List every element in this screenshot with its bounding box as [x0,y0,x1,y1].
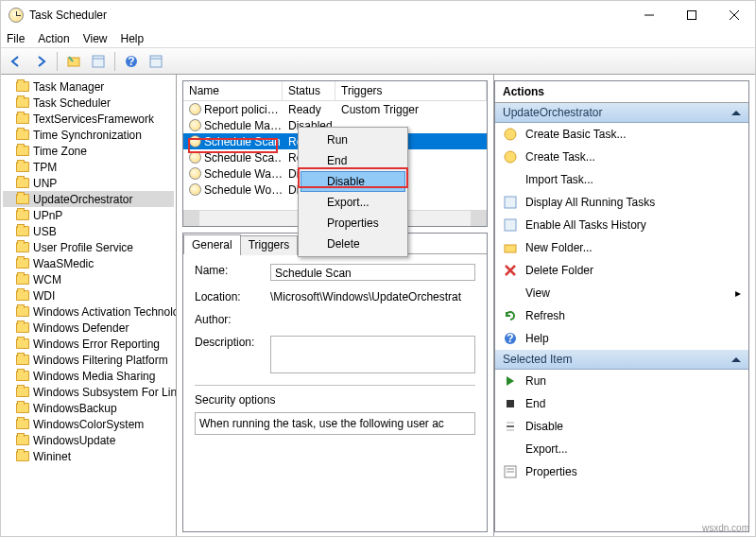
ctx-delete[interactable]: Delete [301,234,405,254]
task-icon [189,103,201,115]
ctx-export[interactable]: Export... [301,192,405,213]
close-button[interactable] [713,1,755,29]
tree-item[interactable]: Windows Subsystem For Linux [3,384,174,400]
actions-pane: Actions UpdateOrchestrator Create Basic … [494,80,749,532]
back-button[interactable] [5,51,27,72]
folder-icon [16,338,29,349]
tree-item[interactable]: WindowsUpdate [3,432,174,448]
action-create-task-[interactable]: Create Task... [495,146,748,168]
tree-item[interactable]: USB [3,223,174,239]
ctx-disable[interactable]: Disable [301,171,405,192]
menu-action[interactable]: Action [38,32,69,45]
folder-icon [16,81,29,92]
svg-rect-13 [505,197,516,208]
tree-item[interactable]: Task Scheduler [3,95,174,111]
action-disable[interactable]: Disable [495,415,748,438]
tree-item[interactable]: User Profile Service [3,239,174,255]
tree-item[interactable]: Windows Media Sharing [3,368,174,384]
action-properties[interactable]: Properties [495,460,748,483]
name-field[interactable]: Schedule Scan [270,264,475,281]
ctx-properties[interactable]: Properties [301,213,405,234]
maximize-button[interactable] [670,1,713,29]
ctx-run[interactable]: Run [301,130,405,150]
folder-icon [16,178,29,188]
tree-item[interactable]: TPM [3,159,174,175]
folder-icon [16,306,29,317]
action-icon: ? [503,331,518,346]
toolbar-btn-3[interactable] [145,51,167,72]
toolbar-btn-2[interactable] [87,51,110,72]
action-import-task-[interactable]: Import Task... [495,168,748,191]
minimize-button[interactable] [627,1,670,29]
task-icon [189,183,201,196]
tree-pane[interactable]: Task ManagerTask SchedulerTextServicesFr… [1,75,177,537]
col-name[interactable]: Name [183,81,283,100]
tree-item[interactable]: TextServicesFramework [3,111,174,127]
action-export-[interactable]: Export... [495,438,748,460]
col-triggers[interactable]: Triggers [335,81,487,100]
action-create-basic-task-[interactable]: Create Basic Task... [495,123,748,146]
menu-file[interactable]: File [7,32,25,45]
task-icon [189,151,201,164]
actions-group-2[interactable]: Selected Item [495,350,748,370]
tree-item[interactable]: UNP [3,175,174,191]
tree-item[interactable]: Task Manager [3,78,174,95]
action-new-folder-[interactable]: New Folder... [495,236,748,259]
tree-item[interactable]: UPnP [3,207,174,223]
svg-rect-18 [507,400,514,407]
action-view[interactable]: View▸ [495,282,748,304]
tab-triggers[interactable]: Triggers [240,235,299,255]
tree-item[interactable]: Time Zone [3,143,174,159]
actions-group-1[interactable]: UpdateOrchestrator [495,103,748,123]
toolbar: ? [1,48,755,75]
menu-help[interactable]: Help [121,32,145,45]
folder-icon [16,258,29,268]
task-row[interactable]: Report polici…ReadyCustom Trigger [183,101,487,117]
svg-rect-9 [150,56,162,67]
svg-point-12 [505,151,516,163]
action-icon [503,217,518,233]
folder-icon [16,162,29,172]
folder-icon [16,146,29,156]
action-refresh[interactable]: Refresh [495,304,748,327]
action-delete-folder[interactable]: Delete Folder [495,259,748,282]
action-display-all-running-tasks[interactable]: Display All Running Tasks [495,191,748,214]
tree-item[interactable]: Windows Activation Technologies [3,303,174,320]
toolbar-btn-1[interactable] [62,51,85,72]
tree-item[interactable]: UpdateOrchestrator [3,191,174,207]
menu-bar: File Action View Help [1,29,755,48]
tree-item[interactable]: Wininet [3,448,174,464]
tree-item[interactable]: Windows Error Reporting [3,336,174,352]
action-icon [503,149,518,165]
folder-icon [16,97,29,108]
action-icon [503,240,518,255]
task-icon [189,135,201,147]
menu-view[interactable]: View [83,32,108,45]
action-enable-all-tasks-history[interactable]: Enable All Tasks History [495,214,748,236]
description-field[interactable] [270,336,475,373]
action-icon [503,286,518,301]
svg-text:?: ? [128,55,134,68]
col-status[interactable]: Status [283,81,335,100]
tab-general[interactable]: General [183,234,241,254]
actions-header: Actions [495,81,748,103]
task-icon [189,167,201,180]
action-end[interactable]: End [495,392,748,415]
tree-item[interactable]: WDI [3,287,174,303]
tree-item[interactable]: Windows Defender [3,320,174,336]
help-button[interactable]: ? [120,51,143,72]
tree-item[interactable]: WCM [3,271,174,287]
folder-icon [16,387,29,397]
forward-button[interactable] [29,51,52,72]
action-help[interactable]: ?Help [495,327,748,350]
ctx-end[interactable]: End [301,150,405,171]
tree-item[interactable]: WindowsBackup [3,400,174,416]
tree-item[interactable]: Windows Filtering Platform [3,352,174,368]
action-run[interactable]: Run [495,370,748,392]
security-text: When running the task, use the following… [195,412,475,435]
tree-item[interactable]: WaaSMedic [3,255,174,271]
description-label: Description: [195,336,270,373]
tree-item[interactable]: WindowsColorSystem [3,416,174,432]
tree-item[interactable]: Time Synchronization [3,127,174,143]
folder-icon [16,419,29,429]
